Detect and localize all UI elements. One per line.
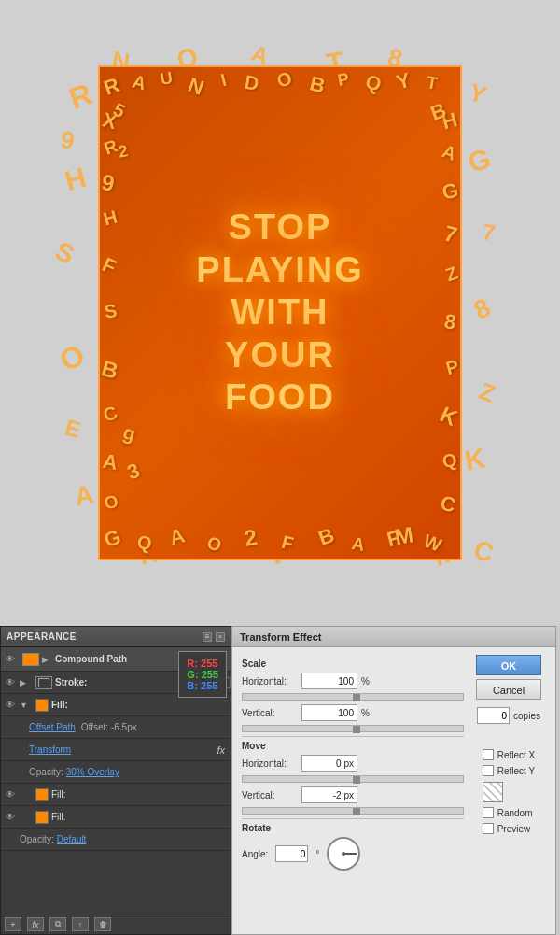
move-v-slider[interactable] <box>242 807 464 815</box>
move-v-input[interactable] <box>301 786 357 803</box>
fill-arrow[interactable]: ▼ <box>20 701 33 710</box>
art-letter: P <box>443 356 461 380</box>
fx-icon[interactable]: fx <box>217 744 225 756</box>
art-letter: 2 <box>117 141 130 162</box>
rgb-g: G: 255 <box>187 669 218 680</box>
art-letter: X <box>100 108 119 135</box>
offset-path-row: Offset Path Offset: -6.5px <box>1 716 231 739</box>
transform-dialog: Transform Effect Scale Horizontal: % Ver… <box>231 626 556 935</box>
dialog-title: Transform Effect <box>240 631 321 643</box>
deco-letter: H <box>62 162 90 197</box>
art-letter: P <box>336 69 350 91</box>
art-letter: M <box>393 521 416 550</box>
random-label: Random <box>497 808 533 818</box>
scale-h-slider[interactable] <box>242 693 464 701</box>
art-letter: O <box>274 67 295 92</box>
move-up-btn[interactable]: ↑ <box>72 917 89 931</box>
art-letter: C <box>438 490 458 517</box>
rotate-section: Angle: ° <box>242 837 464 871</box>
deco-letter: C <box>470 535 497 569</box>
art-letter: T <box>425 72 439 94</box>
deco-letter: R <box>64 77 96 117</box>
divider-2 <box>242 818 464 819</box>
reflect-y-label: Reflect Y <box>497 766 535 776</box>
reflect-x-checkbox[interactable] <box>483 749 494 760</box>
deco-letter: Y <box>465 78 490 110</box>
art-letter: A <box>439 140 458 165</box>
deco-letter: K <box>463 442 488 476</box>
text-line-4: YOUR <box>196 334 363 377</box>
scale-v-input[interactable] <box>301 704 357 721</box>
preview-label: Preview <box>497 824 531 834</box>
panel-menu-btn[interactable]: ≡ <box>203 632 212 642</box>
offset-path-label[interactable]: Offset Path <box>29 722 76 732</box>
fill3-label: Fill: <box>51 812 66 822</box>
transform-label[interactable]: Transform <box>29 744 71 755</box>
eye-icon-4[interactable]: 👁 <box>1 784 20 805</box>
delete-btn[interactable]: 🗑 <box>94 917 111 931</box>
dialog-right: OK Cancel copies Reflect X Reflect Y <box>471 655 546 871</box>
art-letter: H <box>101 206 119 231</box>
move-v-thumb <box>353 808 360 815</box>
angle-wheel[interactable] <box>327 837 360 871</box>
move-h-row: Horizontal: <box>242 755 464 772</box>
art-letter: F <box>98 252 119 279</box>
eye-icon-5[interactable]: 👁 <box>1 806 20 828</box>
artwork: R 9 H S O E A Y G 7 8 Z K C F H 2 F B M … <box>84 51 476 574</box>
art-letter: A <box>130 71 148 95</box>
angle-input[interactable] <box>275 845 308 862</box>
art-letter: K <box>436 402 462 432</box>
opacity-value[interactable]: 30% Overlay <box>66 767 119 777</box>
eye-icon-3[interactable]: 👁 <box>1 694 20 715</box>
scale-h-row: Horizontal: % <box>242 673 464 689</box>
art-letter: 2 <box>243 524 259 552</box>
move-v-row: Vertical: <box>242 786 464 803</box>
dialog-left: Scale Horizontal: % Vertical: % <box>242 655 464 871</box>
fill3-color-box <box>35 811 49 824</box>
angle-label: Angle: <box>242 849 268 859</box>
cancel-button[interactable]: Cancel <box>476 679 541 700</box>
duplicate-btn[interactable]: ⧉ <box>49 917 66 931</box>
ok-button[interactable]: OK <box>476 655 541 675</box>
move-h-input[interactable] <box>301 755 357 772</box>
row-arrow[interactable]: ▶ <box>42 655 55 664</box>
move-v-label: Vertical: <box>242 790 298 800</box>
panel-title: APPEARANCE <box>7 631 77 642</box>
eye-icon[interactable]: 👁 <box>1 647 20 671</box>
art-letter: B <box>99 355 121 385</box>
compound-path-row: 👁 ▶ Compound Path R: 255 G: 255 B: 255 <box>1 647 231 672</box>
dialog-body: Scale Horizontal: % Vertical: % <box>232 647 555 878</box>
rgb-b: B: 255 <box>187 680 218 691</box>
row-arrow-2[interactable]: ▶ <box>20 678 33 687</box>
artwork-text: STOP PLAYING WITH YOUR FOOD <box>196 206 363 419</box>
preview-checkbox[interactable] <box>483 823 494 834</box>
art-letter: A <box>101 449 119 475</box>
compound-icon <box>22 653 39 666</box>
bottom-panels: APPEARANCE ≡ × 👁 ▶ Compound Path R: 255 … <box>0 626 560 935</box>
opacity-row: Opacity: 30% Overlay <box>1 761 231 784</box>
move-h-label: Horizontal: <box>242 758 298 769</box>
art-letter: Y <box>394 68 413 95</box>
scale-h-input[interactable] <box>301 673 357 689</box>
panel-close-btn[interactable]: × <box>216 632 225 642</box>
pattern-icon <box>483 782 503 802</box>
art-letter: W <box>421 530 445 556</box>
art-letter: O <box>204 532 224 557</box>
copies-input[interactable] <box>477 707 510 724</box>
eye-icon-2[interactable]: 👁 <box>1 672 20 693</box>
scale-h-label: Horizontal: <box>242 676 298 687</box>
reflect-y-checkbox[interactable] <box>483 765 494 776</box>
rotate-section-label: Rotate <box>242 823 464 833</box>
add-style-btn[interactable]: + <box>5 917 21 931</box>
deco-letter: O <box>53 337 91 378</box>
random-checkbox[interactable] <box>483 807 494 818</box>
art-letter: C <box>101 402 120 427</box>
move-h-slider[interactable] <box>242 775 464 783</box>
fx-btn[interactable]: fx <box>27 917 44 931</box>
art-letter: F <box>385 526 403 553</box>
fill-color-box <box>35 699 49 712</box>
degree-symbol: ° <box>315 849 319 859</box>
deco-letter: 7 <box>480 219 497 247</box>
scale-v-slider[interactable] <box>242 725 464 732</box>
opacity2-value[interactable]: Default <box>57 834 87 844</box>
